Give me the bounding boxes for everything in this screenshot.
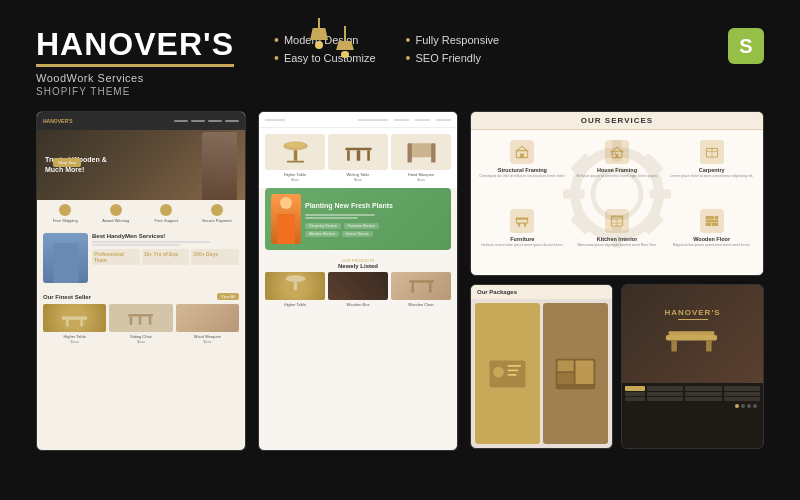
table-cell (685, 386, 721, 391)
head (280, 197, 292, 209)
features-grid: • Modern Design • Fully Responsive • Eas… (274, 33, 507, 65)
product-price: $xxx (265, 177, 325, 182)
svg-rect-21 (411, 283, 414, 293)
product-image (391, 134, 451, 170)
p1-handyman: Best HandyMen Services! Professional Tea… (43, 233, 239, 283)
brand-logo: HANOVER'S (664, 308, 720, 320)
handyman-title: Best HandyMen Services! (92, 233, 239, 239)
svg-rect-22 (429, 283, 432, 293)
service-name: Carpentry (668, 167, 755, 173)
svg-rect-57 (508, 369, 519, 371)
svg-rect-50 (705, 223, 711, 226)
p1-nav-logo: HANOVER'S (43, 118, 73, 124)
svg-point-55 (493, 366, 504, 377)
preview-3: OUR SERVICES Structural Framing Consequa (470, 111, 764, 451)
table-cell (647, 397, 683, 401)
table-cell (724, 386, 760, 391)
listed-grid: Higher Table Wooden Box (265, 272, 451, 307)
svg-point-18 (285, 275, 305, 282)
service-tags: Carpentry Service Furniture Service (305, 223, 393, 229)
svg-rect-44 (516, 217, 529, 219)
packages-content (471, 299, 612, 448)
table-cell (685, 392, 721, 396)
view-all-button[interactable]: View All (217, 293, 239, 300)
table-row (625, 397, 760, 401)
nav-link (174, 120, 188, 122)
svg-rect-58 (508, 374, 517, 376)
stat-2: 10+ Yrs of Exp (142, 249, 190, 265)
handyman-stats: Professional Team 10+ Yrs of Exp 100+ Da… (92, 249, 239, 265)
service-tags-2: Wooden Kitchen Interior Decors (305, 231, 393, 237)
dot (747, 404, 751, 408)
svg-rect-11 (345, 148, 371, 151)
svg-rect-28 (649, 189, 671, 199)
nav-line (394, 119, 409, 121)
service-desc: Magna luctus ipsum quam amet amet amet l… (668, 243, 755, 248)
svg-rect-27 (563, 189, 585, 199)
table-row (625, 392, 760, 396)
brand-top: HANOVER'S (622, 285, 763, 383)
person-silhouette (202, 132, 237, 200)
bullet-icon: • (406, 51, 411, 65)
svg-rect-51 (712, 223, 718, 226)
person-figure (53, 243, 78, 283)
feat-label: Award Winning (92, 218, 141, 223)
p1-hero-btn[interactable]: Shop Now (53, 158, 81, 167)
bullet-icon: • (406, 33, 411, 47)
svg-rect-5 (139, 317, 142, 325)
table-cell (625, 392, 645, 396)
handyman-text: Best HandyMen Services! Professional Tea… (92, 233, 239, 265)
shipping-icon (59, 204, 71, 216)
lamp-shade (310, 28, 328, 40)
listed-name: Higher Table (265, 302, 325, 307)
p1-feat-award: Award Winning (92, 204, 141, 223)
finest-title: Our Finest Seller (43, 294, 91, 300)
shopify-icon: S (728, 28, 764, 64)
product-item: Wood Marquee $xxx (176, 304, 239, 344)
p1-nav: HANOVER'S (37, 112, 245, 130)
table-cell (647, 392, 683, 396)
finest-header: Our Finest Seller View All (43, 293, 239, 300)
lamp-cord (318, 18, 320, 28)
p2-product: Writing Table $xxx (328, 134, 388, 182)
text-line (305, 217, 358, 219)
tag: Interior Decors (342, 231, 373, 237)
p1-feat-payment: Secure Payment (193, 204, 242, 223)
p2-products-grid: Higher Table $xxx Writing Table $xxx (259, 128, 457, 188)
product-image (176, 304, 239, 332)
table-cell (625, 397, 645, 401)
service-furniture: Furniture Harlene ornare vitae ipsum ame… (477, 205, 568, 270)
support-icon (160, 204, 172, 216)
tag: Furniture Service (344, 223, 379, 229)
products-row: Higher Table $xxx Sitting Chai (43, 304, 239, 344)
stat-label: 10+ Yrs of Exp (144, 251, 188, 257)
previews-area: HANOVER'S Trusted Wooden & Much More! Sh… (36, 111, 764, 461)
p1-feat-support: Free Support (142, 204, 191, 223)
pagination-dots (625, 402, 760, 408)
banner-title: Planting New Fresh Plants (305, 201, 393, 210)
feature-seo-friendly: • SEO Friendly (406, 51, 508, 65)
payment-icon (211, 204, 223, 216)
service-name: Wooden Floor (668, 236, 755, 242)
table-cell (724, 397, 760, 401)
underline-bar (36, 64, 234, 67)
svg-rect-43 (524, 223, 526, 227)
lamp-bulb (315, 41, 323, 49)
svg-rect-14 (367, 150, 370, 161)
preview-3-services: OUR SERVICES Structural Framing Consequa (470, 111, 764, 276)
lamp-decoration (310, 18, 354, 58)
listed-image (265, 272, 325, 300)
preview-2: Higher Table $xxx Writing Table $xxx (258, 111, 458, 451)
p1-handyman-section: Best HandyMen Services! Professional Tea… (37, 227, 245, 289)
packages-header: Our Packages (471, 285, 612, 299)
svg-rect-17 (431, 143, 435, 162)
award-icon (110, 204, 122, 216)
listed-item: Higher Table (265, 272, 325, 307)
text-line (92, 244, 180, 246)
p2-nav (259, 112, 457, 128)
product-price: $xxx (391, 177, 451, 182)
service-desc: Lorem ipsum dolor at amet consectetur ad… (668, 174, 755, 179)
gear-background (557, 134, 677, 254)
table-cell (724, 392, 760, 396)
p3t-header: OUR SERVICES (471, 112, 763, 130)
